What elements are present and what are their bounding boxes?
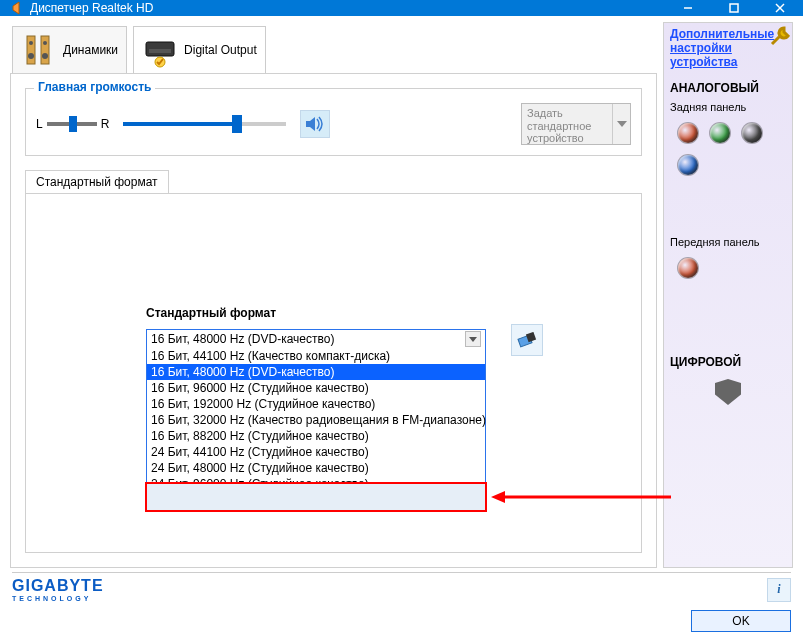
svg-marker-15 xyxy=(617,121,627,127)
balance-left-label: L xyxy=(36,117,43,131)
format-option[interactable]: 16 Бит, 192000 Hz (Студийное качество) xyxy=(147,396,485,412)
format-option[interactable]: 16 Бит, 96000 Hz (Студийное качество) xyxy=(147,380,485,396)
brand-name: GIGABYTE xyxy=(12,577,104,594)
svg-marker-16 xyxy=(469,337,477,342)
chevron-down-icon[interactable] xyxy=(465,331,481,347)
balance-right-label: R xyxy=(101,117,110,131)
front-panel-label: Передняя панель xyxy=(670,236,786,248)
default-format-panel: Стандартный формат 16 Бит, 48000 Hz (DVD… xyxy=(25,193,642,553)
format-option[interactable]: 24 Бит, 48000 Hz (Студийное качество) xyxy=(147,460,485,476)
svg-point-9 xyxy=(43,41,47,45)
brand-logo: GIGABYTE TECHNOLOGY xyxy=(12,577,104,602)
set-default-label: Задать стандартное устройство xyxy=(522,104,612,144)
audio-jack[interactable] xyxy=(678,123,698,143)
format-selected-text: 16 Бит, 48000 Hz (DVD-качество) xyxy=(151,332,334,346)
front-panel-jacks xyxy=(670,254,786,282)
volume-fill xyxy=(123,122,234,126)
format-option[interactable]: 16 Бит, 32000 Hz (Качество радиовещания … xyxy=(147,412,485,428)
balance-thumb[interactable] xyxy=(69,116,77,132)
svg-marker-20 xyxy=(491,491,505,503)
svg-marker-0 xyxy=(13,2,19,14)
digital-connector-icon[interactable] xyxy=(715,379,741,405)
balance-track[interactable] xyxy=(47,122,97,126)
set-default-dropdown[interactable]: Задать стандартное устройство xyxy=(521,103,631,145)
audio-jack[interactable] xyxy=(678,258,698,278)
advanced-settings-link[interactable]: Дополнительные настройки устройства xyxy=(670,27,774,69)
digital-section-title: ЦИФРОВОЙ xyxy=(670,355,786,369)
chevron-down-icon[interactable] xyxy=(612,104,630,144)
format-selected[interactable]: 16 Бит, 48000 Hz (DVD-качество) xyxy=(146,329,486,349)
sub-tabs: Стандартный формат xyxy=(25,170,642,194)
tab-digital-output[interactable]: Digital Output xyxy=(133,26,266,74)
annotation-arrow xyxy=(491,487,671,507)
audio-jack[interactable] xyxy=(710,123,730,143)
analog-section-title: АНАЛОГОВЫЙ xyxy=(670,81,786,95)
maximize-button[interactable] xyxy=(711,0,757,16)
ok-button[interactable]: OK xyxy=(691,610,791,632)
titlebar: Диспетчер Realtek HD xyxy=(0,0,803,16)
volume-slider[interactable] xyxy=(123,122,286,126)
app-icon xyxy=(8,0,24,16)
back-panel-label: Задняя панель xyxy=(670,101,786,113)
sub-tab-default-format[interactable]: Стандартный формат xyxy=(25,170,169,194)
svg-point-10 xyxy=(42,53,48,59)
test-play-button[interactable] xyxy=(511,324,543,356)
tab-speakers[interactable]: Динамики xyxy=(12,26,127,74)
mute-button[interactable] xyxy=(300,110,330,138)
audio-jack[interactable] xyxy=(742,123,762,143)
format-option[interactable]: 16 Бит, 44100 Hz (Качество компакт-диска… xyxy=(147,348,485,364)
svg-rect-5 xyxy=(27,36,35,64)
format-combobox[interactable]: 16 Бит, 48000 Hz (DVD-качество) 16 Бит, … xyxy=(146,329,486,349)
format-option[interactable]: 16 Бит, 48000 Hz (DVD-качество) xyxy=(147,364,485,380)
default-format-title: Стандартный формат xyxy=(146,306,276,320)
app-window: Диспетчер Realtek HD xyxy=(0,0,803,632)
audio-jack[interactable] xyxy=(678,155,698,175)
main-volume-title: Главная громкость xyxy=(34,80,155,94)
svg-rect-2 xyxy=(730,4,738,12)
speakers-icon xyxy=(21,32,57,68)
format-option[interactable]: 16 Бит, 88200 Hz (Студийное качество) xyxy=(147,428,485,444)
svg-rect-6 xyxy=(41,36,49,64)
digital-output-icon xyxy=(142,32,178,68)
svg-point-7 xyxy=(29,41,33,45)
tab-speakers-label: Динамики xyxy=(63,43,118,57)
back-panel-jacks xyxy=(670,119,786,179)
info-button[interactable]: i xyxy=(767,578,791,602)
brand-subtitle: TECHNOLOGY xyxy=(12,595,104,602)
balance-slider[interactable]: L R xyxy=(36,117,109,131)
main-volume-group: Главная громкость L R xyxy=(25,88,642,156)
connector-sidebar: Дополнительные настройки устройства АНАЛ… xyxy=(663,22,793,568)
volume-thumb[interactable] xyxy=(232,115,242,133)
format-option[interactable]: 24 Бит, 44100 Hz (Студийное качество) xyxy=(147,444,485,460)
minimize-button[interactable] xyxy=(665,0,711,16)
close-button[interactable] xyxy=(757,0,803,16)
annotation-highlight-box xyxy=(145,482,487,512)
svg-rect-12 xyxy=(149,49,171,53)
svg-point-8 xyxy=(28,53,34,59)
device-tabs: Динамики Digital Output xyxy=(10,22,657,74)
window-title: Диспетчер Realtek HD xyxy=(30,1,665,15)
tab-digital-output-label: Digital Output xyxy=(184,43,257,57)
svg-marker-14 xyxy=(306,117,315,131)
wrench-icon xyxy=(770,25,792,47)
device-panel: Главная громкость L R xyxy=(10,73,657,568)
